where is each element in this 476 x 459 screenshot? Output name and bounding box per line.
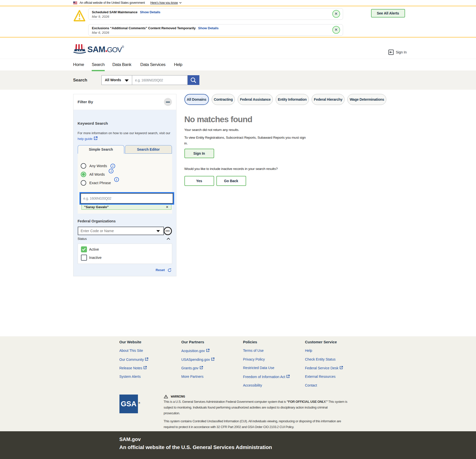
svg-text:★: ★ — [76, 49, 78, 52]
svg-text:★: ★ — [81, 49, 83, 52]
svg-text:★: ★ — [79, 49, 80, 51]
